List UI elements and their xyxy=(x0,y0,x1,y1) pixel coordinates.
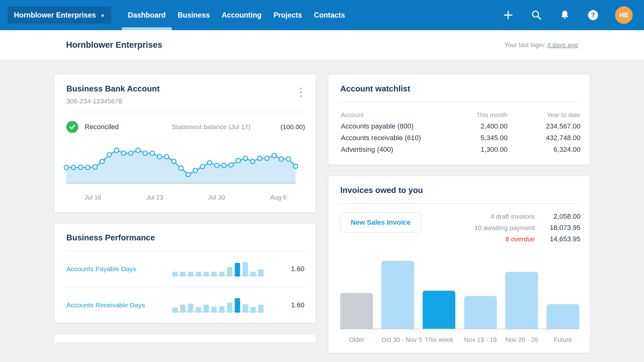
watchlist-account-name: Accounts payable (800) xyxy=(341,120,441,132)
right-column: Account watchlist Account This month Yea… xyxy=(328,74,590,353)
receivable-days-value: 1.60 xyxy=(267,301,304,309)
invoice-bar-label: Future xyxy=(547,336,579,343)
overdue-value: 14,653.95 xyxy=(535,235,580,243)
metric-row-receivable-days: Accounts Receivable Days 1.60 xyxy=(54,287,316,323)
search-icon[interactable] xyxy=(530,9,543,21)
invoice-bars xyxy=(340,258,579,329)
watchlist-account-name: Accounts receivable (610) xyxy=(341,132,441,144)
tab-business[interactable]: Business xyxy=(172,0,216,30)
plus-icon[interactable] xyxy=(502,9,514,21)
last-login: Your last login: 4 days ago xyxy=(504,41,578,49)
reconciled-label: Reconciled xyxy=(85,123,119,131)
watchlist-year-to-date: 234,567.00 xyxy=(508,120,580,132)
x-tick-label: Jul 23 xyxy=(146,194,163,201)
watchlist-year-to-date: 6,324.00 xyxy=(508,144,580,155)
user-avatar[interactable]: HE xyxy=(615,6,633,24)
watchlist-year-to-date: 432,748.00 xyxy=(508,132,580,144)
check-circle-icon xyxy=(66,121,78,133)
accounts-payable-days-link[interactable]: Accounts Payable Days xyxy=(66,265,172,273)
top-nav: Hornblower Enterprises ▼ Dashboard Busin… xyxy=(0,0,644,30)
payable-days-sparkline xyxy=(172,261,264,277)
tab-accounting[interactable]: Accounting xyxy=(216,0,268,30)
statement-balance-label: Statement balance (Jul 17) xyxy=(172,123,251,131)
invoices-owed-title: Invoices owed to you xyxy=(340,185,578,195)
reconciled-status-row: Reconciled Statement balance (Jul 17) (1… xyxy=(54,112,316,135)
watchlist-account-name: Advertising (400) xyxy=(341,144,441,155)
bank-account-title: Business Bank Account xyxy=(66,84,160,94)
invoice-bar xyxy=(464,296,497,329)
tab-dashboard[interactable]: Dashboard xyxy=(122,0,172,30)
chevron-down-icon: ▼ xyxy=(100,13,105,18)
invoice-bar xyxy=(340,293,373,329)
invoice-bar-label: Oct 30 - Nov 5 xyxy=(381,336,414,343)
invoice-bar-labels: OlderOct 30 - Nov 5This weekNov 13 - 19N… xyxy=(340,336,579,353)
invoice-bar xyxy=(423,291,455,329)
awaiting-payment-value: 18,073.95 xyxy=(535,224,580,232)
x-tick-label: Aug 6 xyxy=(270,194,286,201)
column-header-this-month: This month xyxy=(441,110,508,120)
watchlist-table: Account This month Year to date Accounts… xyxy=(328,102,590,165)
invoice-bar xyxy=(505,272,538,329)
last-login-link[interactable]: 4 days ago xyxy=(547,41,578,48)
tab-projects[interactable]: Projects xyxy=(268,0,308,30)
x-tick-label: Jul 16 xyxy=(85,194,101,201)
invoice-bar xyxy=(381,261,414,329)
invoices-bar-chart: OlderOct 30 - Nov 5This weekNov 13 - 19N… xyxy=(340,258,579,353)
account-watchlist-title: Account watchlist xyxy=(340,84,578,94)
org-switcher-button[interactable]: Hornblower Enterprises ▼ xyxy=(8,7,111,24)
receivable-days-sparkline xyxy=(172,297,264,313)
partial-card xyxy=(54,334,316,342)
tab-contacts[interactable]: Contacts xyxy=(308,0,351,30)
nav-actions: ? HE xyxy=(502,0,633,30)
invoice-bar-label: Nov 13 - 19 xyxy=(464,336,497,343)
dashboard-content: Business Bank Account 306-234-12345678 R… xyxy=(0,60,644,353)
invoices-actions-row: New Sales Invoice 4 draft invoices 2,058… xyxy=(328,204,590,243)
invoice-bar-label: Older xyxy=(340,336,373,343)
business-performance-title: Business Performance xyxy=(66,233,304,243)
new-sales-invoice-button[interactable]: New Sales Invoice xyxy=(340,212,421,233)
invoice-stats: 4 draft invoices 2,058.00 10 awaiting pa… xyxy=(474,212,580,243)
bank-account-card: Business Bank Account 306-234-12345678 R… xyxy=(54,74,316,212)
help-icon[interactable]: ? xyxy=(587,9,599,21)
invoice-bar xyxy=(547,304,579,329)
column-header-account: Account xyxy=(341,110,441,120)
payable-days-value: 1.60 xyxy=(267,265,304,273)
accounts-receivable-days-link[interactable]: Accounts Receivable Days xyxy=(66,301,172,309)
awaiting-payment-label[interactable]: 10 awaiting payment xyxy=(474,224,535,232)
page-header: Hornblower Enterprises Your last login: … xyxy=(0,30,644,60)
org-switcher-label: Hornblower Enterprises xyxy=(14,11,96,19)
left-column: Business Bank Account 306-234-12345678 R… xyxy=(54,74,316,342)
svg-text:?: ? xyxy=(591,11,595,19)
x-tick-label: Jul 30 xyxy=(208,194,225,201)
draft-invoices-label[interactable]: 4 draft invoices xyxy=(474,213,535,220)
invoices-owed-card: Invoices owed to you New Sales Invoice 4… xyxy=(328,176,590,353)
notifications-bell-icon[interactable] xyxy=(558,9,571,21)
overdue-label[interactable]: 8 overdue xyxy=(474,235,535,243)
invoice-bar-label: This week xyxy=(423,336,455,343)
account-watchlist-card: Account watchlist Account This month Yea… xyxy=(328,74,590,165)
invoice-bar-label: Nov 20 - 26 xyxy=(505,336,538,343)
business-performance-card: Business Performance Accounts Payable Da… xyxy=(54,223,316,323)
page-title: Hornblower Enterprises xyxy=(66,40,162,50)
metric-row-payable-days: Accounts Payable Days 1.60 xyxy=(54,251,316,287)
statement-balance-value: (100.00) xyxy=(280,123,305,131)
kebab-menu-icon[interactable] xyxy=(296,84,306,101)
watchlist-this-month: 5,345.00 xyxy=(441,132,508,144)
bank-chart-x-axis: Jul 16Jul 23Jul 30Aug 6 xyxy=(64,194,306,203)
nav-tabs: Dashboard Business Accounting Projects C… xyxy=(122,0,351,30)
watchlist-this-month: 1,300.00 xyxy=(441,144,508,155)
watchlist-this-month: 2,400.00 xyxy=(441,120,508,132)
draft-invoices-value: 2,058.00 xyxy=(535,212,580,221)
column-header-year-to-date: Year to date xyxy=(508,110,580,120)
bank-balance-chart xyxy=(54,135,316,188)
bank-account-number: 306-234-12345678 xyxy=(66,97,160,105)
